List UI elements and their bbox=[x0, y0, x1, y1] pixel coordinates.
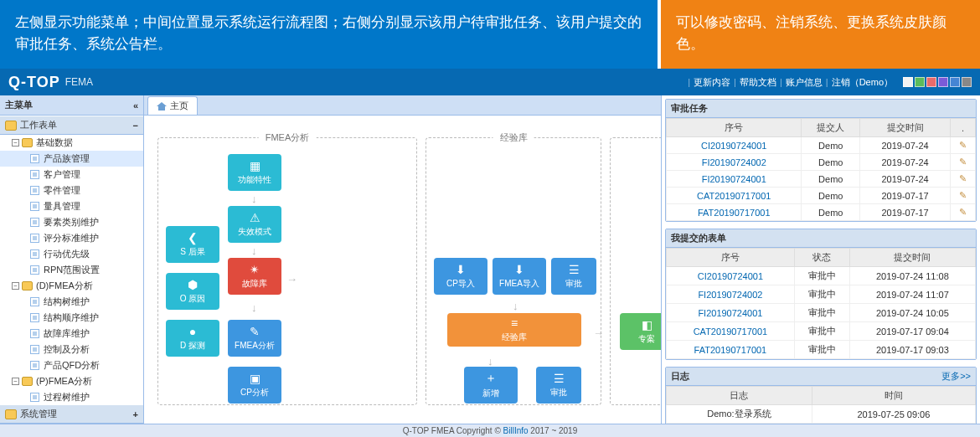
edit-icon[interactable]: ✎ bbox=[951, 171, 976, 188]
tree-leaf[interactable]: 控制及分析 bbox=[0, 342, 143, 357]
grid-icon bbox=[30, 297, 39, 306]
tree-leaf[interactable]: 产品QFD分析 bbox=[0, 357, 143, 373]
table-row: CI20190724001Demo2019-07-24✎ bbox=[667, 137, 976, 154]
node-new[interactable]: ＋新增 bbox=[464, 367, 518, 404]
edit-icon[interactable]: ✎ bbox=[951, 154, 976, 171]
skin-swatch[interactable] bbox=[926, 77, 936, 87]
approval-table: 序号提交人提交时间. CI20190724001Demo2019-07-24✎F… bbox=[666, 118, 976, 221]
panel-log: 日志更多>> 日志时间 Demo:登录系统2019-07-25 09:06Dem… bbox=[665, 367, 977, 424]
tree-leaf[interactable]: 结构树维护 bbox=[0, 294, 143, 310]
sidebar-header: 主菜单« bbox=[0, 95, 143, 116]
skin-swatch[interactable] bbox=[903, 77, 913, 87]
top-links: |更新内容 |帮助文档 |账户信息 |注销（Demo） bbox=[688, 76, 972, 89]
tab-home[interactable]: 主页 bbox=[147, 96, 198, 115]
submitted-table: 序号状态提交时间 CI20190724001审批中2019-07-24 11:0… bbox=[666, 248, 976, 359]
node-s[interactable]: ❮S 后果 bbox=[166, 226, 219, 263]
info-banner-right: 可以修改密码、注销系统、更换系统皮肤颜色。 bbox=[661, 0, 980, 69]
grid-icon bbox=[30, 202, 39, 211]
skin-picker bbox=[903, 77, 972, 87]
tree-leaf[interactable]: 客户管理 bbox=[0, 167, 143, 183]
skin-swatch[interactable] bbox=[962, 77, 972, 87]
grid-icon bbox=[30, 249, 39, 259]
node-o[interactable]: ⬢O 原因 bbox=[166, 273, 219, 310]
grid-icon bbox=[30, 186, 39, 195]
footer: Q-TOP FMEA Copyright © BillInfo 2017 ~ 2… bbox=[0, 424, 980, 437]
node-explib[interactable]: ≡经验库 bbox=[447, 313, 581, 347]
tree-leaf[interactable]: 产品族管理 bbox=[0, 151, 143, 167]
tree-leaf[interactable]: 零件管理 bbox=[0, 183, 143, 198]
grid-icon bbox=[30, 265, 39, 275]
tree-leaf[interactable]: 要素类别维护 bbox=[0, 214, 143, 230]
row-link[interactable]: CAT20190717001 bbox=[667, 188, 802, 204]
node-d[interactable]: ●D 探测 bbox=[166, 320, 219, 357]
tree-leaf[interactable]: 行动优先级 bbox=[0, 246, 143, 262]
row-link[interactable]: FAT20190717001 bbox=[667, 341, 795, 359]
skin-swatch[interactable] bbox=[950, 77, 960, 87]
node-approve2[interactable]: ☰审批 bbox=[536, 367, 581, 404]
node-fmea[interactable]: ✎FMEA分析 bbox=[228, 320, 281, 357]
tree-leaf[interactable]: 故障库维护 bbox=[0, 326, 143, 342]
row-link[interactable]: FI20190724001 bbox=[667, 304, 795, 322]
node-project[interactable]: ◧专案 bbox=[620, 313, 661, 350]
tree-group-dfmea[interactable]: −(D)FMEA分析 bbox=[0, 278, 143, 294]
table-row: CAT20190717001审批中2019-07-17 09:04 bbox=[667, 322, 976, 341]
table-row: FAT20190717001Demo2019-07-17✎ bbox=[667, 204, 976, 221]
row-link[interactable]: FI20190724002 bbox=[667, 285, 795, 304]
grid-icon bbox=[30, 345, 39, 354]
footer-link[interactable]: BillInfo bbox=[503, 426, 529, 435]
grid-icon bbox=[30, 218, 39, 227]
table-row: Demo:登录系统2019-07-25 09:06 bbox=[667, 405, 976, 424]
row-link[interactable]: FI20190724002 bbox=[667, 154, 802, 171]
row-link[interactable]: FAT20190717001 bbox=[667, 204, 802, 221]
link-updates[interactable]: 更新内容 bbox=[694, 76, 730, 89]
row-link[interactable]: CI20190724001 bbox=[667, 137, 802, 154]
tree-leaf[interactable]: 评分标准维护 bbox=[0, 230, 143, 246]
tree-group-basic[interactable]: −基础数据 bbox=[0, 135, 143, 151]
flow-canvas: FMEA分析 经验库 专案管理 ▦功能特性 ⚠失效模式 ✴故障库 ❮S 后果 ⬢… bbox=[144, 116, 661, 424]
panel-submitted: 我提交的表单 序号状态提交时间 CI20190724001审批中2019-07-… bbox=[665, 229, 977, 360]
tree-group-pfmea[interactable]: −(P)FMEA分析 bbox=[0, 373, 143, 389]
tree: −基础数据 产品族管理客户管理零件管理量具管理要素类别维护评分标准维护行动优先级… bbox=[0, 135, 143, 404]
tree-leaf[interactable]: 结构顺序维护 bbox=[0, 310, 143, 326]
tree-leaf[interactable]: RPN范围设置 bbox=[0, 262, 143, 278]
right-column: 审批任务 序号提交人提交时间. CI20190724001Demo2019-07… bbox=[662, 95, 980, 424]
grid-icon bbox=[30, 154, 39, 163]
edit-icon[interactable]: ✎ bbox=[951, 204, 976, 221]
logo-sub: FEMA bbox=[65, 76, 93, 88]
skin-swatch[interactable] bbox=[915, 77, 925, 87]
info-banner-left: 左侧显示功能菜单；中间位置显示系统运行流程图；右侧分别显示该用户待审批任务、该用… bbox=[0, 0, 658, 69]
table-row: FAT20190717001审批中2019-07-17 09:03 bbox=[667, 341, 976, 359]
node-cpimport[interactable]: ⬇CP导入 bbox=[434, 258, 487, 295]
node-approve1[interactable]: ☰审批 bbox=[551, 258, 596, 295]
link-account[interactable]: 账户信息 bbox=[786, 76, 823, 89]
edit-icon[interactable]: ✎ bbox=[951, 137, 976, 154]
table-row: FI20190724001审批中2019-07-24 10:05 bbox=[667, 304, 976, 322]
grid-icon bbox=[30, 329, 39, 338]
node-fmeaimport[interactable]: ⬇FMEA导入 bbox=[493, 258, 546, 295]
row-link[interactable]: CAT20190717001 bbox=[667, 322, 795, 341]
row-link[interactable]: CI20190724001 bbox=[667, 267, 795, 285]
panel-approval: 审批任务 序号提交人提交时间. CI20190724001Demo2019-07… bbox=[665, 99, 977, 222]
link-help[interactable]: 帮助文档 bbox=[740, 76, 776, 89]
node-cp[interactable]: ▣CP分析 bbox=[228, 367, 281, 404]
row-link[interactable]: FI20190724001 bbox=[667, 171, 802, 188]
node-feature[interactable]: ▦功能特性 bbox=[228, 154, 281, 191]
tree-leaf[interactable]: 量具管理 bbox=[0, 198, 143, 214]
collapse-icon[interactable]: « bbox=[133, 100, 138, 111]
sidebar: 主菜单« 工作表单− −基础数据 产品族管理客户管理零件管理量具管理要素类别维护… bbox=[0, 95, 144, 424]
section-exp: 经验库 bbox=[493, 131, 534, 144]
edit-icon[interactable]: ✎ bbox=[951, 188, 976, 204]
table-row: CI20190724001审批中2019-07-24 11:08 bbox=[667, 267, 976, 285]
table-row: FI20190724001Demo2019-07-24✎ bbox=[667, 171, 976, 188]
node-faultlib[interactable]: ✴故障库 bbox=[228, 258, 281, 295]
accordion-system[interactable]: 系统管理+ bbox=[0, 404, 143, 424]
more-link[interactable]: 更多>> bbox=[941, 370, 971, 383]
log-table: 日志时间 Demo:登录系统2019-07-25 09:06Demo:登录系统2… bbox=[666, 386, 976, 424]
skin-swatch[interactable] bbox=[938, 77, 948, 87]
logo: Q-TOP bbox=[8, 74, 60, 91]
accordion-worksheet[interactable]: 工作表单− bbox=[0, 116, 143, 135]
node-failure[interactable]: ⚠失效模式 bbox=[228, 206, 281, 243]
tree-leaf[interactable]: 过程树维护 bbox=[0, 389, 143, 404]
link-logout[interactable]: 注销（Demo） bbox=[832, 76, 893, 89]
grid-icon bbox=[30, 361, 39, 370]
